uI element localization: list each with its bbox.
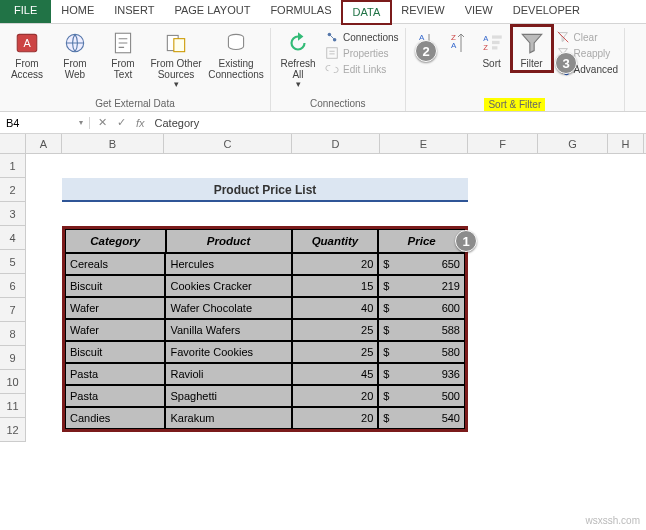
row-header-2[interactable]: 2 xyxy=(0,178,26,202)
tab-page-layout[interactable]: PAGE LAYOUT xyxy=(164,0,260,23)
row-header-12[interactable]: 12 xyxy=(0,418,26,442)
cell-category[interactable]: Wafer xyxy=(65,319,165,341)
from-text-button[interactable]: From Text xyxy=(102,28,144,80)
cell-quantity[interactable]: 40 xyxy=(292,297,379,319)
filter-button[interactable]: Filter xyxy=(514,28,550,69)
row-header-5[interactable]: 5 xyxy=(0,250,26,274)
existing-connections-label: Existing Connections xyxy=(208,58,264,80)
from-other-sources-button[interactable]: From Other Sources ▾ xyxy=(150,28,202,90)
row-header-8[interactable]: 8 xyxy=(0,322,26,346)
tab-view[interactable]: VIEW xyxy=(455,0,503,23)
advanced-label: Advanced xyxy=(574,64,618,75)
cell-quantity[interactable]: 45 xyxy=(292,363,379,385)
col-header-b[interactable]: B xyxy=(62,134,164,153)
tab-formulas[interactable]: FORMULAS xyxy=(260,0,341,23)
row-header-11[interactable]: 11 xyxy=(0,394,26,418)
cell-grid[interactable]: Product Price List Category Product Quan… xyxy=(26,154,646,442)
existing-connections-button[interactable]: Existing Connections xyxy=(208,28,264,80)
formula-value[interactable]: Category xyxy=(155,117,200,129)
cell-price[interactable]: $600 xyxy=(378,297,465,319)
cell-product[interactable]: Cookies Cracker xyxy=(165,275,291,297)
header-product[interactable]: Product xyxy=(166,229,292,253)
cancel-icon[interactable]: ✕ xyxy=(98,116,107,129)
cell-product[interactable]: Spaghetti xyxy=(165,385,291,407)
svg-rect-9 xyxy=(327,48,338,59)
cell-quantity[interactable]: 25 xyxy=(292,319,379,341)
cell-category[interactable]: Biscuit xyxy=(65,341,165,363)
cell-quantity[interactable]: 20 xyxy=(292,385,379,407)
cell-product[interactable]: Vanilla Wafers xyxy=(165,319,291,341)
row-header-4[interactable]: 4 xyxy=(0,226,26,250)
header-category[interactable]: Category xyxy=(65,229,166,253)
price-value: 540 xyxy=(442,412,460,424)
row-header-10[interactable]: 10 xyxy=(0,370,26,394)
col-header-h[interactable]: H xyxy=(608,134,644,153)
clear-label: Clear xyxy=(574,32,598,43)
col-header-d[interactable]: D xyxy=(292,134,380,153)
header-price[interactable]: Price xyxy=(378,229,465,253)
cell-price[interactable]: $540 xyxy=(378,407,465,429)
tab-review[interactable]: REVIEW xyxy=(391,0,454,23)
row-header-7[interactable]: 7 xyxy=(0,298,26,322)
from-other-label: From Other Sources xyxy=(150,58,202,80)
cell-price[interactable]: $936 xyxy=(378,363,465,385)
cell-category[interactable]: Cereals xyxy=(65,253,165,275)
cell-category[interactable]: Pasta xyxy=(65,363,165,385)
group-sort-filter: AZ ZA AZ Sort Filter Clear Reapply Advan… xyxy=(406,28,625,111)
cell-price[interactable]: $500 xyxy=(378,385,465,407)
col-header-a[interactable]: A xyxy=(26,134,62,153)
cell-category[interactable]: Candies xyxy=(65,407,165,429)
name-box[interactable]: B4 xyxy=(0,117,90,129)
cell-category[interactable]: Wafer xyxy=(65,297,165,319)
sort-za-button[interactable]: ZA xyxy=(444,28,470,62)
accept-icon[interactable]: ✓ xyxy=(117,116,126,129)
cell-quantity[interactable]: 25 xyxy=(292,341,379,363)
row-header-9[interactable]: 9 xyxy=(0,346,26,370)
row-header-1[interactable]: 1 xyxy=(0,154,26,178)
cell-product[interactable]: Favorite Cookies xyxy=(165,341,291,363)
col-header-f[interactable]: F xyxy=(468,134,538,153)
col-header-g[interactable]: G xyxy=(538,134,608,153)
cell-product[interactable]: Karakum xyxy=(165,407,291,429)
col-header-c[interactable]: C xyxy=(164,134,292,153)
cell-product[interactable]: Wafer Chocolate xyxy=(165,297,291,319)
from-web-button[interactable]: From Web xyxy=(54,28,96,80)
cell-quantity[interactable]: 15 xyxy=(292,275,379,297)
group-get-external-data: A From Access From Web From Text From Ot… xyxy=(0,28,271,111)
from-access-button[interactable]: A From Access xyxy=(6,28,48,80)
cell-quantity[interactable]: 20 xyxy=(292,407,379,429)
refresh-all-button[interactable]: Refresh All ▾ xyxy=(277,28,319,90)
callout-1: 1 xyxy=(455,230,477,252)
cell-price[interactable]: $580 xyxy=(378,341,465,363)
cell-quantity[interactable]: 20 xyxy=(292,253,379,275)
price-value: 580 xyxy=(442,346,460,358)
edit-links-button[interactable]: Edit Links xyxy=(325,62,399,76)
cell-price[interactable]: $588 xyxy=(378,319,465,341)
tab-file[interactable]: FILE xyxy=(0,0,51,23)
clear-button[interactable]: Clear xyxy=(556,30,618,44)
cell-product[interactable]: Hercules xyxy=(165,253,291,275)
title-cell[interactable]: Product Price List xyxy=(62,178,468,202)
row-header-3[interactable]: 3 xyxy=(0,202,26,226)
currency: $ xyxy=(383,346,389,358)
fx-icon[interactable]: fx xyxy=(136,117,145,129)
col-header-e[interactable]: E xyxy=(380,134,468,153)
tab-insert[interactable]: INSERT xyxy=(104,0,164,23)
header-quantity[interactable]: Quantity xyxy=(292,229,379,253)
currency: $ xyxy=(383,412,389,424)
tab-developer[interactable]: DEVELOPER xyxy=(503,0,590,23)
cell-category[interactable]: Pasta xyxy=(65,385,165,407)
properties-button[interactable]: Properties xyxy=(325,46,399,60)
select-all-cell[interactable] xyxy=(0,134,26,153)
tab-data[interactable]: DATA xyxy=(342,1,392,24)
cell-product[interactable]: Ravioli xyxy=(165,363,291,385)
sort-label: Sort xyxy=(482,58,500,69)
worksheet: A B C D E F G H 1 2 3 4 5 6 7 8 9 10 11 … xyxy=(0,134,646,442)
connections-button[interactable]: Connections xyxy=(325,30,399,44)
cell-price[interactable]: $650 xyxy=(378,253,465,275)
sort-button[interactable]: AZ Sort xyxy=(476,28,508,69)
cell-category[interactable]: Biscuit xyxy=(65,275,165,297)
row-header-6[interactable]: 6 xyxy=(0,274,26,298)
tab-home[interactable]: HOME xyxy=(51,0,104,23)
cell-price[interactable]: $219 xyxy=(378,275,465,297)
